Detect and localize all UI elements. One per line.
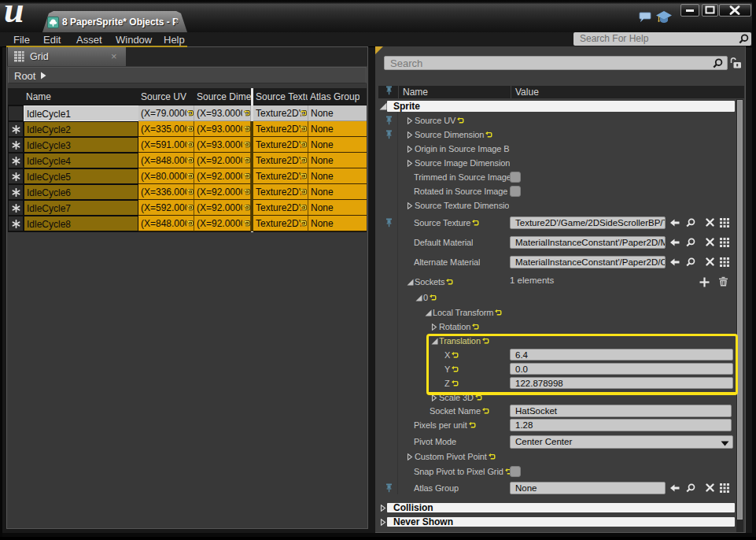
svg-text:u: u [4, 2, 24, 30]
